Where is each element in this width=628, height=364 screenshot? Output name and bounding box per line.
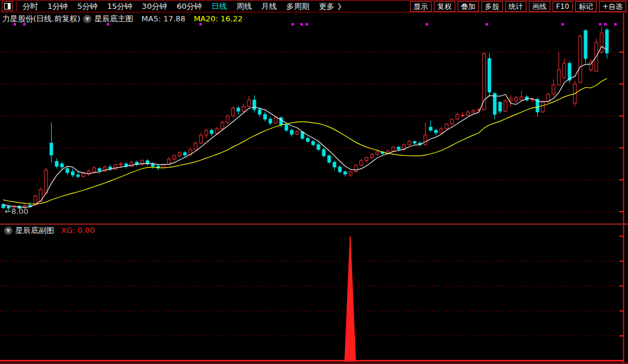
menu-item-1[interactable]: 1分钟 <box>47 1 68 12</box>
menu-item-7[interactable]: 周线 <box>236 1 252 12</box>
candle-77 <box>413 142 416 143</box>
candle-67 <box>360 161 363 165</box>
candle-58 <box>312 142 315 145</box>
chevron-down-icon[interactable]: ▼ <box>83 15 91 23</box>
menu-item-6[interactable]: 日线 <box>211 1 227 12</box>
tool-button-7[interactable]: 标记 <box>575 1 597 12</box>
candlesticks <box>2 27 608 212</box>
more-arrow-icon[interactable]: ❯ <box>337 2 342 10</box>
menu-item-3[interactable]: 15分钟 <box>107 1 133 12</box>
price-axis[interactable] <box>620 13 624 363</box>
candle-9 <box>50 143 53 155</box>
candle-47 <box>253 100 256 110</box>
candle-15 <box>82 173 85 176</box>
candle-94 <box>504 101 507 111</box>
candle-81 <box>434 130 437 133</box>
candle-46 <box>248 100 250 107</box>
candle-69 <box>370 154 373 157</box>
tool-button-8[interactable]: +自选 <box>599 1 626 12</box>
menu-item-10[interactable]: 更多 <box>319 1 334 12</box>
chevron-down-icon[interactable]: ▼ <box>4 226 12 235</box>
candle-95 <box>509 98 512 101</box>
menu-item-8[interactable]: 月线 <box>261 1 277 12</box>
signal-spike <box>345 237 356 362</box>
candle-85 <box>456 114 459 119</box>
candle-61 <box>328 156 331 162</box>
candle-10 <box>55 161 58 166</box>
candle-103 <box>552 85 555 94</box>
candle-68 <box>365 158 368 161</box>
tool-button-5[interactable]: 画线 <box>529 1 550 12</box>
candle-82 <box>440 129 443 133</box>
sub-indicator-name[interactable]: 星辰底副图 <box>15 225 54 236</box>
price-gridlines <box>0 52 624 212</box>
candle-104 <box>557 70 560 85</box>
candle-43 <box>231 108 234 116</box>
candle-40 <box>215 129 218 133</box>
candle-12 <box>66 168 69 173</box>
candle-21 <box>114 165 117 170</box>
menu-divider <box>16 2 17 11</box>
candle-32 <box>173 156 176 159</box>
candle-91 <box>488 59 491 92</box>
candle-48 <box>258 110 261 114</box>
candle-106 <box>568 63 571 80</box>
candle-84 <box>451 119 453 124</box>
candle-13 <box>71 172 74 175</box>
candle-101 <box>541 101 544 111</box>
tool-button-4[interactable]: 统计 <box>505 1 526 12</box>
candle-66 <box>354 165 357 172</box>
candle-8 <box>45 170 47 193</box>
menu-item-0[interactable]: 分时 <box>23 1 38 12</box>
candle-52 <box>280 117 283 124</box>
chart-canvas[interactable]: ←8.00 <box>0 0 628 364</box>
candle-112 <box>600 33 603 52</box>
candle-76 <box>408 142 411 145</box>
candle-41 <box>221 122 224 129</box>
main-chart-header: 力星股份(日线.前复权) ▼ 星辰底主图 MA5: 17.88 MA20: 16… <box>2 14 243 24</box>
candle-109 <box>584 31 587 59</box>
candle-73 <box>392 147 395 151</box>
candle-45 <box>242 106 245 111</box>
menu-item-5[interactable]: 60分钟 <box>177 1 202 12</box>
candle-11 <box>61 164 64 167</box>
main-indicator-name[interactable]: 星辰底主图 <box>94 14 133 24</box>
candle-34 <box>183 152 186 155</box>
candle-60 <box>322 149 325 156</box>
candle-87 <box>467 112 470 115</box>
candle-36 <box>194 143 197 149</box>
period-menu: 分时1分钟5分钟15分钟30分钟60分钟日线周线月线多周期更多 <box>18 1 339 12</box>
candle-28 <box>151 164 154 166</box>
candle-96 <box>515 98 518 101</box>
menu-item-4[interactable]: 30分钟 <box>142 1 167 12</box>
tool-menu: 显示复权叠加多股统计画线F10标记+自选 <box>410 1 628 12</box>
tool-button-2[interactable]: 叠加 <box>458 1 479 12</box>
stock-title: 力星股份(日线.前复权) <box>2 14 80 24</box>
window-split-icon-button[interactable] <box>2 1 13 11</box>
candle-42 <box>226 116 229 123</box>
xg-value-label: XG: 0.00 <box>61 226 94 235</box>
candle-49 <box>264 114 267 119</box>
candle-92 <box>493 94 496 114</box>
candle-18 <box>98 168 101 171</box>
tool-button-0[interactable]: 显示 <box>410 1 432 12</box>
candle-37 <box>199 135 202 143</box>
candle-14 <box>77 175 80 177</box>
candle-88 <box>472 110 475 112</box>
sub-chart-header: ▼ 星辰底副图 XG: 0.00 <box>1 226 94 235</box>
xg-indicator-line <box>0 237 624 362</box>
candle-57 <box>306 138 309 141</box>
tool-button-1[interactable]: 复权 <box>434 1 455 12</box>
candle-44 <box>237 108 240 111</box>
candle-33 <box>178 152 181 155</box>
candle-22 <box>119 164 122 164</box>
ma5-line <box>4 46 607 207</box>
tool-button-3[interactable]: 多股 <box>481 1 503 12</box>
candle-39 <box>210 130 213 133</box>
menu-item-9[interactable]: 多周期 <box>286 1 309 12</box>
sub-gridlines <box>0 261 624 336</box>
candle-63 <box>338 167 341 172</box>
tool-button-6[interactable]: F10 <box>553 1 573 12</box>
split-square-icon <box>4 3 11 9</box>
menu-item-2[interactable]: 5分钟 <box>77 1 97 12</box>
